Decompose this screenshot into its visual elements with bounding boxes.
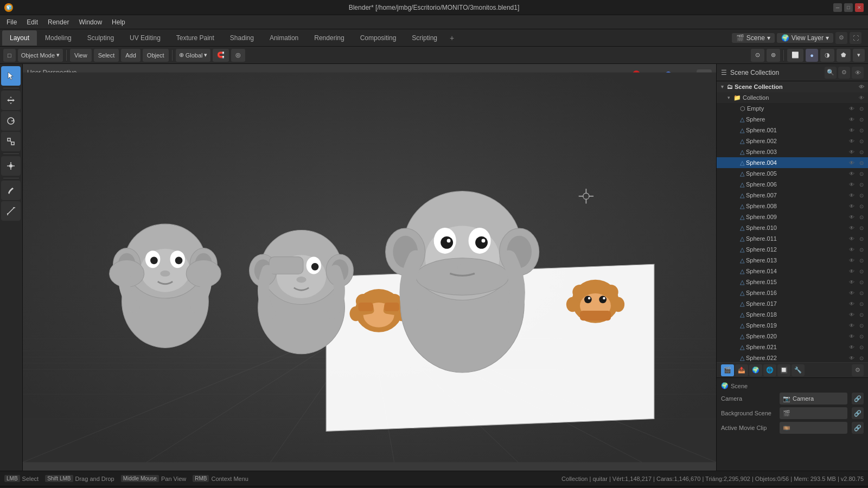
camera-prop-value[interactable]: 📷 Camera [780, 393, 847, 404]
restrict-view-btn[interactable]: 👁 [847, 213, 856, 221]
prop-tab-render[interactable]: 🎬 [721, 364, 734, 376]
object-mode-dropdown[interactable]: Object Mode ▾ [18, 49, 63, 62]
restrict-view-btn[interactable]: 👁 [847, 180, 856, 189]
overlays-toggle[interactable]: ⊚ [767, 49, 780, 62]
restrict-select-btn[interactable]: ⊙ [857, 267, 866, 275]
restrict-view-btn[interactable]: 👁 [847, 354, 856, 362]
restrict-select-btn[interactable]: ⊙ [857, 245, 866, 254]
restrict-view-btn[interactable]: 👁 [847, 202, 856, 210]
bg-scene-prop-value[interactable]: 🎬 [780, 407, 847, 419]
restrict-view-btn[interactable]: 👁 [847, 310, 856, 319]
prop-tab-output[interactable]: 📤 [735, 364, 748, 376]
visibility-btn[interactable]: 👁 [857, 82, 866, 91]
shading-material[interactable]: ◑ [820, 49, 834, 62]
outliner-item-sphere002[interactable]: △ Sphere.002 👁 ⊙ [717, 136, 868, 146]
restrict-view-btn[interactable]: 👁 [847, 104, 856, 113]
restrict-select-btn[interactable]: ⊙ [857, 126, 866, 134]
movie-clip-prop-value[interactable]: 🎞️ [780, 422, 847, 434]
toolbar-add-btn[interactable]: Add [121, 49, 141, 62]
camera-prop-icon[interactable]: 🔗 [852, 393, 864, 404]
outliner-scene-collection[interactable]: ▾ 🗂 Scene Collection 👁 [717, 81, 868, 92]
outliner-collection[interactable]: ▾ 📁 Collection 👁 [717, 92, 868, 103]
outliner-item-sphere017[interactable]: △ Sphere.017 👁 ⊙ [717, 298, 868, 309]
outliner-item-sphere019[interactable]: △ Sphere.019 👁 ⊙ [717, 320, 868, 331]
tab-shading[interactable]: Shading [222, 30, 261, 46]
outliner-item-sphere018[interactable]: △ Sphere.018 👁 ⊙ [717, 309, 868, 320]
restrict-select-btn[interactable]: ⊙ [857, 191, 866, 200]
tab-uv-editing[interactable]: UV Editing [122, 30, 168, 46]
outliner-item-sphere014[interactable]: △ Sphere.014 👁 ⊙ [717, 266, 868, 277]
shading-options[interactable]: ▾ [853, 49, 865, 62]
tab-texture-paint[interactable]: Texture Paint [169, 30, 222, 46]
tool-transform[interactable] [1, 156, 21, 176]
minimize-button[interactable]: ─ [833, 3, 842, 12]
menu-edit[interactable]: Edit [22, 17, 42, 27]
prop-tab-world[interactable]: 🌐 [763, 364, 776, 376]
shading-solid[interactable]: ● [806, 49, 818, 62]
outliner-item-sphere021[interactable]: △ Sphere.021 👁 ⊙ [717, 342, 868, 352]
outliner-item-sphere010[interactable]: △ Sphere.010 👁 ⊙ [717, 222, 868, 233]
outliner-item-sphere013[interactable]: △ Sphere.013 👁 ⊙ [717, 255, 868, 266]
restrict-view-btn[interactable]: 👁 [847, 343, 856, 351]
restrict-view-btn[interactable]: 👁 [847, 321, 856, 330]
prop-tab-modifiers[interactable]: 🔧 [792, 364, 805, 376]
restrict-select-btn[interactable]: ⊙ [857, 299, 866, 308]
toolbar-view-btn[interactable]: View [70, 49, 92, 62]
restrict-select-btn[interactable]: ⊙ [857, 223, 866, 232]
menu-file[interactable]: File [2, 17, 21, 27]
outliner-item-sphere[interactable]: △ Sphere 👁 ⊙ [717, 114, 868, 125]
restrict-select-btn[interactable]: ⊙ [857, 278, 866, 286]
restrict-select-btn[interactable]: ⊙ [857, 213, 866, 221]
menu-window[interactable]: Window [74, 17, 106, 27]
restrict-view-btn[interactable]: 👁 [847, 137, 856, 145]
outliner-tree[interactable]: ▾ 🗂 Scene Collection 👁 ▾ 📁 Collection 👁 [717, 81, 868, 362]
bg-scene-link-btn[interactable]: 🔗 [852, 407, 864, 419]
restrict-view-btn[interactable]: 👁 [847, 169, 856, 178]
tool-measure[interactable] [1, 201, 21, 221]
scene-selector[interactable]: 🎬 Scene ▾ [732, 33, 775, 43]
movie-clip-link-btn[interactable]: 🔗 [852, 422, 864, 434]
outliner-item-sphere015[interactable]: △ Sphere.015 👁 ⊙ [717, 277, 868, 287]
restrict-select-btn[interactable]: ⊙ [857, 115, 866, 124]
restrict-view-btn[interactable]: 👁 [847, 126, 856, 134]
restrict-view-btn[interactable]: 👁 [847, 267, 856, 275]
outliner-item-empty[interactable]: ⬡ Empty 👁 ⊙ [717, 103, 868, 114]
outliner-item-sphere012[interactable]: △ Sphere.012 👁 ⊙ [717, 244, 868, 255]
outliner-filter-button[interactable]: 🔍 [825, 67, 837, 79]
menu-render[interactable]: Render [43, 17, 73, 27]
restrict-view-btn[interactable]: 👁 [847, 256, 856, 265]
outliner-item-sphere016[interactable]: △ Sphere.016 👁 ⊙ [717, 287, 868, 298]
restrict-select-btn[interactable]: ⊙ [857, 256, 866, 265]
snap-toggle[interactable]: 🧲 [213, 49, 229, 62]
outliner-item-sphere020[interactable]: △ Sphere.020 👁 ⊙ [717, 331, 868, 342]
gizmos-toggle[interactable]: ⊙ [751, 49, 764, 62]
restrict-select-btn[interactable]: ⊙ [857, 332, 866, 341]
shading-wireframe[interactable]: ⬜ [787, 49, 803, 62]
outliner-item-sphere003[interactable]: △ Sphere.003 👁 ⊙ [717, 146, 868, 157]
prop-tab-scene[interactable]: 🌍 [749, 364, 762, 376]
outliner-item-sphere008[interactable]: △ Sphere.008 👁 ⊙ [717, 201, 868, 211]
restrict-select-btn[interactable]: ⊙ [857, 104, 866, 113]
menu-help[interactable]: Help [107, 17, 130, 27]
restrict-select-btn[interactable]: ⊙ [857, 147, 866, 156]
outliner-item-sphere005[interactable]: △ Sphere.005 👁 ⊙ [717, 168, 868, 179]
restrict-select-btn[interactable]: ⊙ [857, 354, 866, 362]
restrict-select-btn[interactable]: ⊙ [857, 310, 866, 319]
restrict-select-btn[interactable]: ⊙ [857, 137, 866, 145]
tab-scripting[interactable]: Scripting [404, 30, 445, 46]
tab-layout[interactable]: Layout [2, 30, 37, 46]
restrict-select-btn[interactable]: ⊙ [857, 180, 866, 189]
restrict-select-btn[interactable]: ⊙ [857, 288, 866, 297]
tool-annotate[interactable] [1, 181, 21, 200]
restrict-select-btn[interactable]: ⊙ [857, 343, 866, 351]
restrict-select-btn[interactable]: ⊙ [857, 169, 866, 178]
tab-sculpting[interactable]: Sculpting [80, 30, 122, 46]
restrict-view-btn[interactable]: 👁 [847, 191, 856, 200]
tab-compositing[interactable]: Compositing [353, 30, 404, 46]
restrict-view-btn[interactable]: 👁 [847, 299, 856, 308]
maximize-button[interactable]: □ [844, 3, 853, 12]
prop-tab-object[interactable]: 🔲 [777, 364, 790, 376]
proportional-edit-toggle[interactable]: ◎ [231, 49, 245, 62]
tool-select[interactable] [1, 66, 21, 86]
outliner-item-sphere004[interactable]: △ Sphere.004 👁 ⊙ [717, 157, 868, 168]
